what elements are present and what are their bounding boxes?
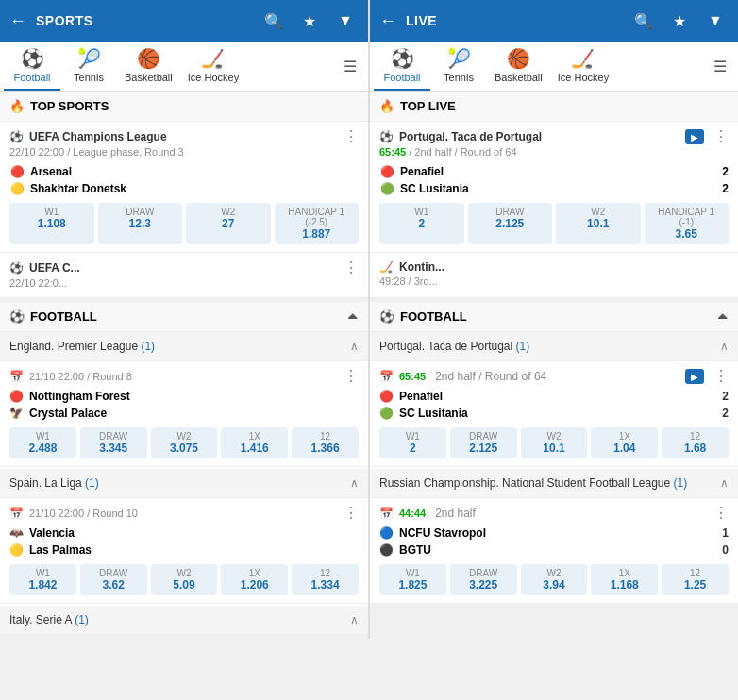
sports-tab-ice-hockey[interactable]: 🏒 Ice Hockey: [180, 42, 246, 91]
italy-league-header[interactable]: Italy. Serie A (1) ∧: [0, 606, 368, 635]
calendar-icon: 📅: [9, 370, 24, 383]
rus-odd-12[interactable]: 12 1.25: [662, 564, 729, 595]
por-odd-12[interactable]: 12 1.68: [662, 427, 729, 458]
live-odd-val-w1: 2: [385, 217, 459, 230]
sports-search-icon[interactable]: 🔍: [260, 8, 287, 34]
more-options-button-0[interactable]: ⋮: [344, 129, 359, 144]
sports-back-button[interactable]: ←: [9, 11, 26, 31]
live-tab-ice-hockey[interactable]: 🏒 Ice Hockey: [550, 42, 616, 91]
spain-league-name: Spain. La Liga (1): [9, 476, 350, 490]
sports-tab-tennis[interactable]: 🎾 Tennis: [60, 42, 117, 91]
russia-teams-0: 🔵 NCFU Stavropol 1 ⚫ BGTU 0: [379, 525, 729, 558]
live-search-icon[interactable]: 🔍: [630, 8, 657, 34]
portugal-live-time-0: 65:45: [399, 371, 426, 382]
sports-header: ← SPORTS 🔍 ★ ▼: [0, 0, 368, 42]
por-odd-w2[interactable]: W2 10.1: [521, 427, 588, 458]
teams-0: 🔴 Arsenal 🟡 Shakhtar Donetsk: [9, 163, 359, 197]
live-league-name-0: Portugal. Taca de Portugal: [399, 130, 679, 143]
eng-odd-12[interactable]: 12 1.366: [292, 427, 359, 458]
sports-tab-basketball[interactable]: 🏀 Basketball: [117, 42, 180, 91]
por-odd-draw[interactable]: DRAW 2.125: [450, 427, 517, 458]
por-odd-1x[interactable]: 1X 1.04: [591, 427, 658, 458]
sports-filter-icon[interactable]: ▼: [332, 8, 359, 34]
england-more-button-0[interactable]: ⋮: [344, 369, 359, 384]
lusitania-score: 2: [722, 182, 729, 195]
eng-odd-val-w1: 2.488: [15, 442, 71, 455]
live-star-icon[interactable]: ★: [666, 8, 693, 34]
top-live-card-header-1: 🏒 Kontin...: [379, 260, 729, 274]
sports-more-menu-icon[interactable]: ☰: [336, 50, 364, 83]
spa-odd-val-w2: 5.09: [157, 578, 212, 592]
rus-odd-draw[interactable]: DRAW 3.225: [450, 564, 517, 595]
more-options-button-1[interactable]: ⋮: [344, 260, 359, 275]
odd-box-w1[interactable]: W1 1.108: [9, 203, 94, 244]
russia-team-home: 🔵 NCFU Stavropol 1: [379, 525, 729, 542]
top-live-section: 🔥 TOP LIVE ⚽ Portugal. Taca de Portugal …: [370, 92, 738, 298]
rus-odd-label-w2: W2: [527, 568, 582, 578]
spa-odd-1x[interactable]: 1X 1.206: [221, 564, 288, 595]
eng-odd-w1[interactable]: W1 2.488: [9, 427, 76, 458]
live-tab-basketball[interactable]: 🏀 Basketball: [487, 42, 550, 91]
league-italy: Italy. Serie A (1) ∧: [0, 606, 368, 635]
odd-value-handicap: 1.887: [280, 227, 354, 241]
live-odd-w2[interactable]: W2 10.1: [556, 203, 641, 244]
rus-odd-val-w2: 3.94: [527, 578, 582, 592]
live-odd-w1[interactable]: W1 2: [379, 203, 464, 244]
live-odd-draw[interactable]: DRAW 2.125: [468, 203, 553, 244]
live-odd-label-draw: DRAW: [474, 207, 547, 217]
odds-row-0: W1 1.108 DRAW 12.3 W2 27 HANDICAP 1 (-: [9, 203, 359, 244]
calendar-icon-2: 📅: [9, 507, 24, 520]
odd-box-draw[interactable]: DRAW 12.3: [98, 203, 183, 244]
eng-odd-1x[interactable]: 1X 1.416: [221, 427, 288, 458]
live-filter-icon[interactable]: ▼: [702, 8, 729, 34]
rus-odd-1x[interactable]: 1X 1.168: [591, 564, 658, 595]
spa-odd-w2[interactable]: W2 5.09: [151, 564, 218, 595]
odd-box-handicap[interactable]: HANDICAP 1 (-2.5) 1.887: [275, 203, 360, 244]
spain-count: (1): [85, 476, 99, 490]
valencia-name: Valencia: [29, 526, 75, 540]
por-odd-w1[interactable]: W1 2: [379, 427, 446, 458]
live-play-button-0[interactable]: ▶: [685, 129, 704, 144]
live-more-menu-icon[interactable]: ☰: [706, 50, 734, 83]
spain-league-header[interactable]: Spain. La Liga (1) ∧: [0, 469, 368, 498]
live-tab-football[interactable]: ⚽ Football: [374, 42, 430, 91]
eng-odd-val-w2: 3.075: [157, 442, 212, 455]
russia-league-header[interactable]: Russian Championship. National Student F…: [370, 469, 738, 498]
eng-odd-w2[interactable]: W2 3.075: [151, 427, 218, 458]
eng-odd-label-w1: W1: [15, 431, 71, 442]
portugal-play-button[interactable]: ▶: [685, 369, 704, 384]
live-tab-tennis[interactable]: 🎾 Tennis: [430, 42, 487, 91]
eng-odd-draw[interactable]: DRAW 3.345: [80, 427, 147, 458]
portugal-league-header[interactable]: Portugal. Taca de Portugal (1) ∧: [370, 332, 738, 361]
live-more-button-0[interactable]: ⋮: [713, 129, 729, 144]
live-odd-handicap[interactable]: HANDICAP 1 (-1) 3.65: [645, 203, 730, 244]
ncfu-icon: 🔵: [379, 526, 394, 540]
russia-more-button[interactable]: ⋮: [713, 506, 729, 521]
match-time-0: 22/10 22:00 / League phase. Round 3: [9, 146, 359, 158]
top-live-card-1-partial: 🏒 Kontin... 49:28 / 3rd...: [370, 253, 738, 298]
football-collapse-button[interactable]: ⏶: [346, 309, 359, 324]
sports-star-icon[interactable]: ★: [296, 8, 323, 34]
team-row-0: 🔴 Arsenal: [9, 163, 359, 180]
live-back-button[interactable]: ←: [379, 11, 396, 31]
team-icon-1: 🟡: [9, 181, 25, 196]
russia-period-0: 2nd half: [435, 507, 476, 520]
spain-more-button-0[interactable]: ⋮: [344, 506, 359, 521]
odd-box-w2[interactable]: W2 27: [186, 203, 271, 244]
spa-odd-12[interactable]: 12 1.334: [292, 564, 359, 595]
live-team-row-1: 🟢 SC Lusitania 2: [379, 180, 729, 197]
spa-odd-draw[interactable]: DRAW 3.62: [80, 564, 147, 595]
spa-odd-w1[interactable]: W1 1.842: [9, 564, 76, 595]
england-league-header[interactable]: England. Premier League (1) ∧: [0, 332, 368, 361]
sports-tab-football[interactable]: ⚽ Football: [4, 42, 60, 91]
rus-odd-w1[interactable]: W1 1.825: [379, 564, 446, 595]
penafiel2-name: Penafiel: [399, 390, 443, 403]
live-football-collapse-button[interactable]: ⏶: [716, 309, 729, 324]
tennis-tab-label: Tennis: [74, 72, 104, 83]
rus-odd-w2[interactable]: W2 3.94: [521, 564, 588, 595]
penafiel-icon: 🔴: [379, 164, 394, 179]
top-card-header-1: ⚽ UEFA C... ⋮: [9, 260, 359, 275]
fire-icon: 🔥: [9, 99, 25, 113]
lusitania2-name: SC Lusitania: [399, 407, 468, 420]
portugal-more-button[interactable]: ⋮: [713, 369, 729, 384]
